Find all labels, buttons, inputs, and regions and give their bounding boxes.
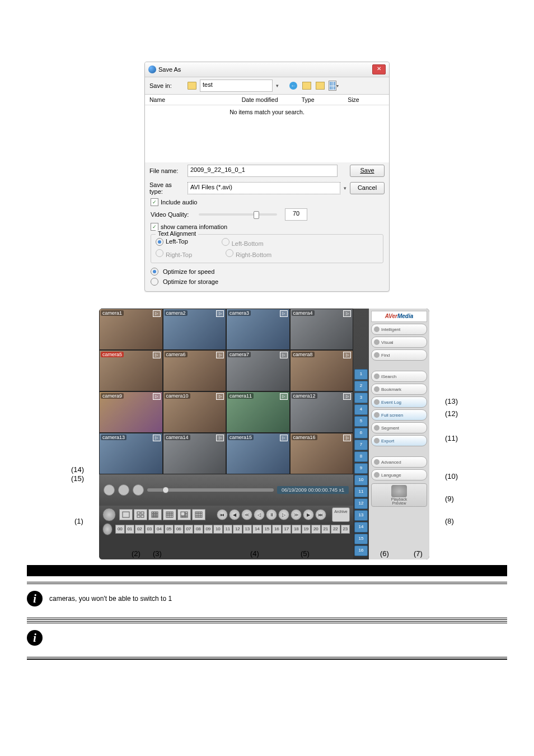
layout-1x1-button[interactable] (119, 509, 133, 520)
hour-05[interactable]: 05 (165, 525, 174, 534)
cam-num-15[interactable]: 15 (354, 534, 368, 544)
camera-cell-16[interactable]: camera16▷ (290, 433, 354, 474)
hour-04[interactable]: 04 (154, 525, 164, 534)
status-icon-3[interactable] (133, 484, 144, 496)
status-icon-2[interactable] (118, 484, 129, 496)
layout-8-button[interactable] (177, 509, 191, 520)
segment-button[interactable]: Segment (371, 422, 427, 433)
col-name[interactable]: Name (149, 96, 242, 103)
cam-num-10[interactable]: 10 (354, 475, 368, 486)
include-audio-checkbox[interactable]: ✓ (151, 198, 158, 206)
optimize-storage-row[interactable]: Optimize for storage (145, 277, 389, 291)
hour-19[interactable]: 19 (302, 525, 311, 534)
hour-23[interactable]: 23 (341, 525, 350, 534)
camera-cell-12[interactable]: camera12▷ (290, 391, 354, 433)
radio-right-bottom[interactable]: Right-Bottom (226, 249, 271, 258)
camera-cell-6[interactable]: camera6▷ (163, 350, 227, 391)
export-button[interactable]: Export (371, 435, 427, 446)
cam-num-2[interactable]: 2 (354, 381, 368, 391)
camera-cell-1[interactable]: camera1▷ (99, 309, 163, 350)
cam-num-9[interactable]: 9 (354, 463, 368, 474)
hour-15[interactable]: 15 (263, 525, 272, 534)
layout-13-button[interactable] (192, 509, 205, 520)
camera-cell-15[interactable]: camera15▷ (226, 433, 290, 474)
slider-thumb[interactable] (254, 211, 259, 219)
savein-caret[interactable]: ▾ (276, 83, 279, 88)
camera-cell-13[interactable]: camera13▷ (99, 433, 163, 474)
col-date[interactable]: Date modified (242, 96, 302, 103)
camera-cell-2[interactable]: camera2▷ (163, 309, 227, 350)
hour-02[interactable]: 02 (135, 525, 144, 534)
layout-4x4-button[interactable] (163, 509, 176, 520)
advanced-button[interactable]: Advanced (371, 456, 427, 468)
save-button[interactable]: Save (350, 165, 385, 177)
hour-09[interactable]: 09 (204, 525, 213, 534)
camera-cell-3[interactable]: camera3▷ (226, 309, 290, 350)
cam-num-7[interactable]: 7 (354, 440, 368, 450)
radio-left-top[interactable]: Left-Top (156, 238, 188, 247)
cam-num-13[interactable]: 13 (354, 510, 368, 521)
optimize-storage-radio[interactable] (151, 278, 158, 286)
savetype-select[interactable]: AVI Files (*.avi) (188, 182, 340, 194)
hour-06[interactable]: 06 (174, 525, 184, 534)
playback-mode[interactable]: Playback Preview (371, 483, 427, 507)
camera-cell-5[interactable]: camera5▷ (99, 350, 163, 391)
event-log-button[interactable]: Event Log (371, 396, 427, 408)
cam-num-11[interactable]: 11 (354, 487, 368, 497)
fast-rew-button[interactable]: ◀ (229, 509, 240, 520)
pause-button[interactable]: ⏸ (266, 509, 277, 520)
cam-num-12[interactable]: 12 (354, 498, 368, 509)
hour-20[interactable]: 20 (311, 525, 321, 534)
seek-slider[interactable] (147, 488, 274, 492)
intelligent-button[interactable]: Intelligent (371, 324, 427, 335)
cam-num-8[interactable]: 8 (354, 451, 368, 462)
cam-num-6[interactable]: 6 (354, 428, 368, 438)
hour-14[interactable]: 14 (252, 525, 262, 534)
timeline-toggle[interactable] (102, 523, 113, 535)
cam-num-1[interactable]: 1 (354, 369, 368, 380)
back-button[interactable]: ← (288, 80, 299, 91)
new-folder-button[interactable] (315, 80, 326, 91)
skip-back-button[interactable]: ⏮ (217, 509, 228, 520)
camera-cell-4[interactable]: camera4▷ (290, 309, 354, 350)
find-button[interactable]: Find (371, 349, 427, 361)
cam-num-4[interactable]: 4 (354, 404, 368, 415)
fast-fwd-button[interactable]: ▶ (303, 509, 314, 520)
filename-input[interactable]: 2009_9_22_16_0_1 (188, 165, 338, 177)
cancel-button[interactable]: Cancel (350, 182, 385, 194)
video-quality-slider[interactable] (199, 213, 277, 216)
col-size[interactable]: Size (348, 96, 385, 103)
layout-2x2-button[interactable] (134, 509, 147, 520)
cam-num-3[interactable]: 3 (354, 393, 368, 403)
hour-16[interactable]: 16 (272, 525, 282, 534)
status-icon-1[interactable] (104, 484, 115, 496)
rew-button[interactable]: ≪ (241, 509, 252, 520)
layout-3x3-button[interactable] (148, 509, 162, 520)
hour-18[interactable]: 18 (292, 525, 301, 534)
hour-00[interactable]: 00 (115, 525, 125, 534)
hour-22[interactable]: 22 (331, 525, 340, 534)
include-audio-row[interactable]: ✓ Include audio (145, 197, 389, 207)
hour-11[interactable]: 11 (223, 525, 233, 534)
radio-left-bottom[interactable]: Left-Bottom (222, 238, 264, 247)
fullscreen-button[interactable]: Full screen (371, 409, 427, 421)
hour-17[interactable]: 17 (282, 525, 292, 534)
close-button[interactable]: ✕ (372, 64, 386, 74)
hour-08[interactable]: 08 (194, 525, 203, 534)
optimize-speed-row[interactable]: Optimize for speed (145, 267, 389, 277)
hour-07[interactable]: 07 (184, 525, 194, 534)
cam-num-5[interactable]: 5 (354, 416, 368, 427)
language-button[interactable]: Language (371, 469, 427, 480)
skip-fwd-button[interactable]: ⏭ (315, 509, 326, 520)
optimize-speed-radio[interactable] (151, 268, 158, 276)
bookmark-button[interactable]: Bookmark (371, 384, 427, 395)
views-button[interactable]: ▾ (328, 80, 339, 91)
fwd-button[interactable]: ≫ (291, 509, 302, 520)
hour-03[interactable]: 03 (145, 525, 154, 534)
radio-right-top[interactable]: Right-Top (156, 249, 192, 258)
savein-select[interactable]: test (200, 80, 273, 92)
step-fwd-button[interactable]: ▷ (278, 509, 289, 520)
hour-10[interactable]: 10 (213, 525, 223, 534)
archive-button[interactable]: Archive (332, 507, 350, 522)
isearch-button[interactable]: iSearch (371, 371, 427, 382)
